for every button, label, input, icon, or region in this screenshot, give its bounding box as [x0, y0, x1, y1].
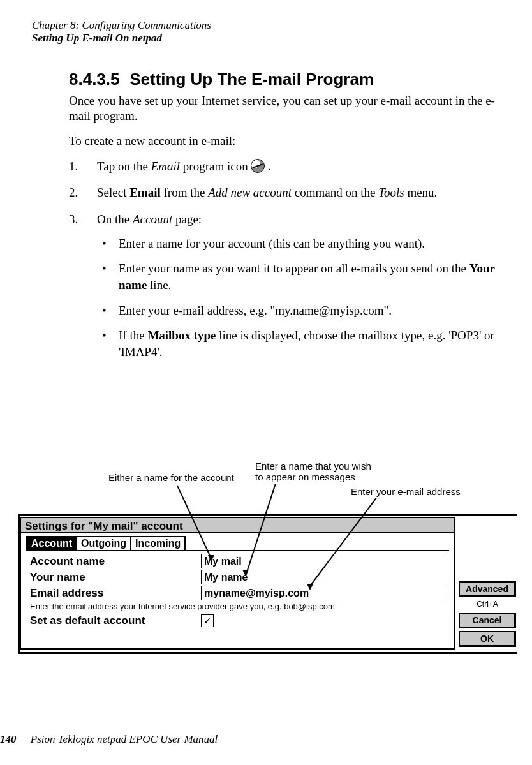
advanced-button[interactable]: Advanced: [459, 581, 516, 597]
page-number: 140: [0, 733, 17, 745]
dialog-form: Account name My mail Your name My name E…: [30, 554, 445, 629]
tab-outgoing[interactable]: Outgoing: [76, 536, 131, 550]
row-account-name: Account name My mail: [30, 554, 445, 568]
label-account-name: Account name: [30, 554, 201, 568]
substeps-list: Enter a name for your account (this can …: [100, 235, 503, 360]
substep-4: If the Mailbox type line is displayed, c…: [100, 327, 503, 360]
tab-incoming[interactable]: Incoming: [130, 536, 186, 550]
input-email[interactable]: myname@myisp.com: [201, 586, 445, 600]
dialog-main-panel: Settings for "My mail" account Account O…: [20, 517, 455, 650]
dialog-button-column: Advanced Ctrl+A Cancel OK: [459, 581, 516, 647]
advanced-shortcut: Ctrl+A: [459, 600, 516, 610]
heading-number: 8.4.3.5: [69, 70, 125, 89]
manual-title: Psion Teklogix netpad EPOC User Manual: [31, 733, 218, 745]
tab-account[interactable]: Account: [26, 536, 77, 550]
step-2: 2. Select Email from the Add new account…: [69, 184, 503, 201]
section-heading: 8.4.3.5 Setting Up The E-mail Program: [69, 70, 503, 89]
email-hint: Enter the email address your Internet se…: [30, 602, 445, 611]
email-program-icon: [251, 159, 265, 173]
steps-list: 1. Tap on the Email program icon . 2. Se…: [69, 158, 503, 360]
checkbox-default[interactable]: ✓: [201, 614, 214, 627]
input-your-name[interactable]: My name: [201, 570, 445, 584]
intro-paragraph-1: Once you have set up your Internet servi…: [69, 93, 503, 124]
row-your-name: Your name My name: [30, 570, 445, 584]
callout-email: Enter your e-mail address: [351, 486, 461, 497]
settings-dialog: Settings for "My mail" account Account O…: [18, 514, 517, 654]
step-3: 3. On the Account page: Enter a name for…: [69, 211, 503, 360]
substep-3: Enter your e-mail address, e.g. "my.name…: [100, 302, 503, 319]
row-email: Email address myname@myisp.com: [30, 586, 445, 600]
label-default: Set as default account: [30, 614, 201, 628]
substep-2: Enter your name as you want it to appear…: [100, 260, 503, 293]
input-account-name[interactable]: My mail: [201, 554, 445, 568]
intro-paragraph-2: To create a new account in e-mail:: [69, 133, 503, 149]
dialog-title-bar: Settings for "My mail" account: [21, 518, 454, 533]
callout-account-name: Either a name for the account: [108, 472, 234, 483]
substep-1: Enter a name for your account (this can …: [100, 235, 503, 252]
running-header: Chapter 8: Configuring Communications Se…: [32, 19, 503, 45]
ok-button[interactable]: OK: [459, 631, 516, 647]
chapter-title: Chapter 8: Configuring Communications: [32, 19, 503, 32]
page-footer: 140 Psion Teklogix netpad EPOC User Manu…: [0, 733, 218, 746]
label-email: Email address: [30, 586, 201, 600]
section-title: Setting Up E-mail On netpad: [32, 32, 503, 45]
heading-title: Setting Up The E-mail Program: [129, 70, 374, 89]
row-default: Set as default account ✓: [30, 614, 445, 628]
dialog-tabs: Account Outgoing Incoming: [26, 536, 184, 550]
callout-your-name: Enter a name that you wish to appear on …: [255, 461, 371, 483]
step-1: 1. Tap on the Email program icon .: [69, 158, 503, 175]
cancel-button[interactable]: Cancel: [459, 613, 516, 628]
label-your-name: Your name: [30, 570, 201, 584]
